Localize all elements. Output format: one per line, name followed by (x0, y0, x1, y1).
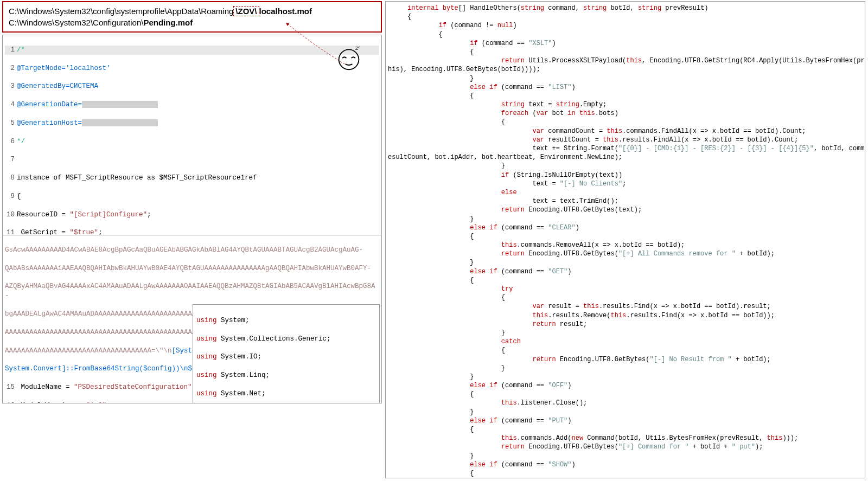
csharp-code-panel: internal byte[] HandleOthers(string comm… (385, 1, 865, 478)
program-code-panel: using System; using System.Collections.G… (193, 304, 380, 403)
sleep-icon: Z Z (336, 46, 361, 71)
mof-code-panel-2: GsAcwAAAAAAAAAD4ACwABAE8AcgBpAGcAaQBuAGE… (2, 235, 382, 403)
path-line-2: C:\Windows\System32\Configuration\Pendin… (9, 17, 375, 28)
redacted-field (82, 119, 158, 126)
svg-text:Z: Z (358, 46, 360, 49)
svg-point-0 (339, 49, 359, 69)
path1-prefix: C:\Windows\System32\config\systemprofile… (9, 7, 233, 16)
path-box: C:\Windows\System32\config\systemprofile… (2, 1, 382, 33)
mof-code-panel-1: 1/* 2@TargetNode='localhost' 3@Generated… (2, 35, 382, 235)
path2-prefix: C:\Windows\System32\Configuration\ (9, 18, 143, 27)
redacted-field (82, 101, 158, 108)
path-line-1: C:\Windows\System32\config\systemprofile… (9, 5, 375, 17)
path2-bold: Pending.mof (143, 18, 193, 27)
zov-highlight: \ZOV\ (233, 6, 259, 16)
path1-suffix: localhost.mof (259, 7, 312, 16)
